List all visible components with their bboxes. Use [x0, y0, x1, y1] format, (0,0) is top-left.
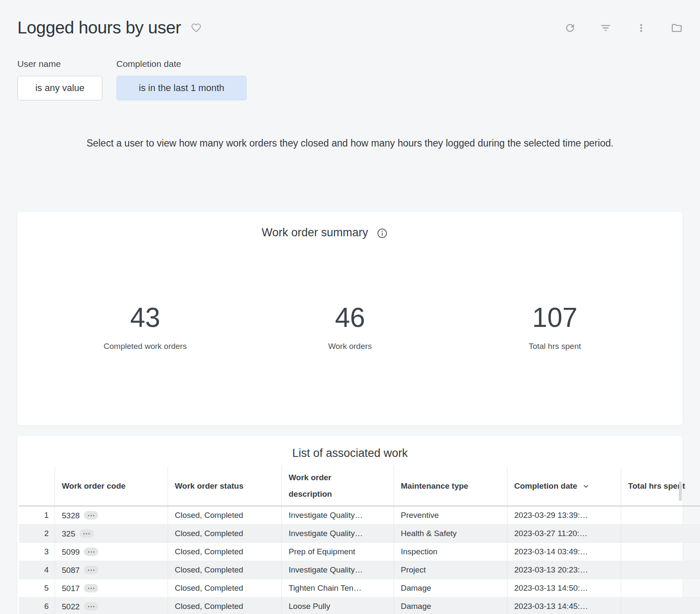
- cell-status: Closed, Completed: [168, 506, 282, 525]
- cell-status: Closed, Completed: [168, 597, 282, 614]
- column-header-label: Completion date: [514, 481, 577, 490]
- filter-value-button[interactable]: is any value: [17, 76, 102, 100]
- cell-maintenance-type: Damage: [394, 597, 507, 614]
- metric-2: 107Total hrs spent: [452, 302, 657, 351]
- column-header-label: Work order code: [62, 481, 126, 490]
- work-order-code: 5099: [62, 547, 80, 556]
- cell-completion-date: 2023-03-14 03:49:…: [507, 543, 621, 561]
- metric-value: 43: [43, 302, 248, 333]
- cell-completion-date: 2023-03-27 11:20:…: [507, 525, 621, 543]
- metrics-row: 43Completed work orders46Work orders107T…: [17, 239, 683, 426]
- cell-description: Tighten Chain Ten…: [282, 579, 394, 597]
- column-header-status[interactable]: Work order status: [168, 467, 282, 506]
- column-header-label: Total hrs spent: [628, 481, 685, 490]
- associated-work-table: Work order codeWork order statusWork ord…: [19, 467, 700, 614]
- cell-description: Investigate Quality…: [282, 561, 394, 579]
- cell-maintenance-type: Health & Safety: [394, 525, 507, 543]
- dashboard-note: Select a user to view how many work orde…: [17, 138, 683, 149]
- cell-more-icon[interactable]: [84, 566, 98, 574]
- dashboard-header: Logged hours by user: [17, 0, 683, 38]
- column-header-maintenance[interactable]: Maintenance type: [394, 467, 507, 506]
- page-title: Logged hours by user: [17, 18, 181, 38]
- cell-total-hrs: 0: [621, 579, 700, 597]
- cell-code: 325: [55, 525, 168, 543]
- title-wrap: Logged hours by user: [17, 18, 202, 38]
- cell-more-icon[interactable]: [84, 511, 98, 520]
- table-header-row: Work order codeWork order statusWork ord…: [19, 467, 700, 506]
- column-header-rownum: [19, 467, 55, 506]
- cell-description: Prep of Equipment: [282, 543, 394, 561]
- cell-maintenance-type: Preventive: [394, 506, 507, 525]
- table-body: 15328Closed, CompletedInvestigate Qualit…: [19, 506, 700, 614]
- cell-status: Closed, Completed: [168, 525, 282, 543]
- column-header-label: Work order status: [175, 481, 243, 490]
- table-row: 35099Closed, CompletedPrep of EquipmentI…: [19, 543, 700, 561]
- cell-more-icon[interactable]: [84, 602, 98, 611]
- work-order-code: 5087: [62, 565, 80, 574]
- cell-status: Closed, Completed: [168, 561, 282, 579]
- table-wrap: Work order codeWork order statusWork ord…: [19, 467, 681, 614]
- filter-bar: User name is any value Completion date i…: [17, 59, 683, 100]
- metric-value: 46: [248, 302, 452, 333]
- chevron-down-icon[interactable]: [582, 483, 590, 490]
- cell-code: 5099: [55, 543, 168, 561]
- column-header-code[interactable]: Work order code: [55, 467, 168, 506]
- cell-maintenance-type: Inspection: [394, 543, 507, 561]
- cell-more-icon[interactable]: [80, 529, 94, 538]
- associated-work-tile: List of associated work Work order codeW…: [17, 436, 683, 614]
- cell-total-hrs: 8: [621, 561, 700, 579]
- cell-code: 5087: [55, 561, 168, 579]
- cell-rownum: 2: [19, 525, 55, 543]
- cell-rownum: 4: [19, 561, 55, 579]
- work-order-code: 5022: [62, 602, 80, 611]
- cell-code: 5022: [55, 597, 168, 614]
- cell-total-hrs: 1: [621, 506, 700, 525]
- summary-title: Work order summary: [262, 226, 368, 239]
- metric-label: Completed work orders: [43, 342, 248, 351]
- column-header-description[interactable]: Work order description: [282, 467, 394, 506]
- filter-completion-date: Completion date is in the last 1 month: [116, 59, 247, 100]
- metric-value: 107: [452, 302, 657, 333]
- cell-completion-date: 2023-03-13 20:23:…: [507, 561, 621, 579]
- info-icon[interactable]: [377, 228, 388, 239]
- cell-rownum: 5: [19, 579, 55, 597]
- dashboard-page: Logged hours by user User nam: [0, 0, 700, 614]
- summary-title-row: Work order summary: [17, 212, 632, 239]
- table-title: List of associated work: [292, 447, 408, 460]
- table-row: 2325Closed, CompletedInvestigate Quality…: [19, 525, 700, 543]
- dashboard-toolbar: [564, 22, 683, 34]
- cell-more-icon[interactable]: [84, 584, 98, 592]
- column-header-date[interactable]: Completion date: [507, 467, 621, 506]
- cell-completion-date: 2023-03-29 13:39:…: [507, 506, 621, 525]
- cell-status: Closed, Completed: [168, 579, 282, 597]
- metric-1: 46Work orders: [248, 302, 452, 351]
- cell-code: 5017: [55, 579, 168, 597]
- refresh-icon[interactable]: [564, 22, 576, 34]
- filter-icon[interactable]: [600, 22, 612, 34]
- table-title-row: List of associated work: [17, 436, 683, 460]
- scrollbar-thumb[interactable]: [679, 481, 682, 501]
- cell-completion-date: 2023-03-13 14:50:…: [507, 579, 621, 597]
- table-row: 15328Closed, CompletedInvestigate Qualit…: [19, 506, 700, 525]
- cell-rownum: 6: [19, 597, 55, 614]
- work-order-summary-tile: Work order summary 43Completed work orde…: [17, 212, 683, 426]
- cell-more-icon[interactable]: [84, 548, 98, 556]
- folder-icon[interactable]: [671, 22, 683, 34]
- filter-user-name: User name is any value: [17, 59, 102, 100]
- filter-label: User name: [17, 59, 102, 69]
- cell-status: Closed, Completed: [168, 543, 282, 561]
- column-header-label: Maintenance type: [401, 481, 468, 490]
- cell-total-hrs: 2: [621, 597, 700, 614]
- column-header-hours[interactable]: Total hrs spent: [621, 467, 700, 506]
- more-vert-icon[interactable]: [635, 22, 647, 34]
- work-order-code: 325: [62, 529, 75, 538]
- cell-description: Investigate Quality…: [282, 506, 394, 525]
- work-order-code: 5017: [62, 584, 80, 592]
- favorite-heart-icon[interactable]: [190, 22, 202, 33]
- column-header-label: Work order description: [289, 470, 347, 503]
- cell-total-hrs: 1: [621, 525, 700, 543]
- cell-rownum: 1: [19, 506, 55, 525]
- filter-value-button[interactable]: is in the last 1 month: [116, 76, 247, 100]
- table-row: 45087Closed, CompletedInvestigate Qualit…: [19, 561, 700, 579]
- table-head: Work order codeWork order statusWork ord…: [19, 467, 700, 506]
